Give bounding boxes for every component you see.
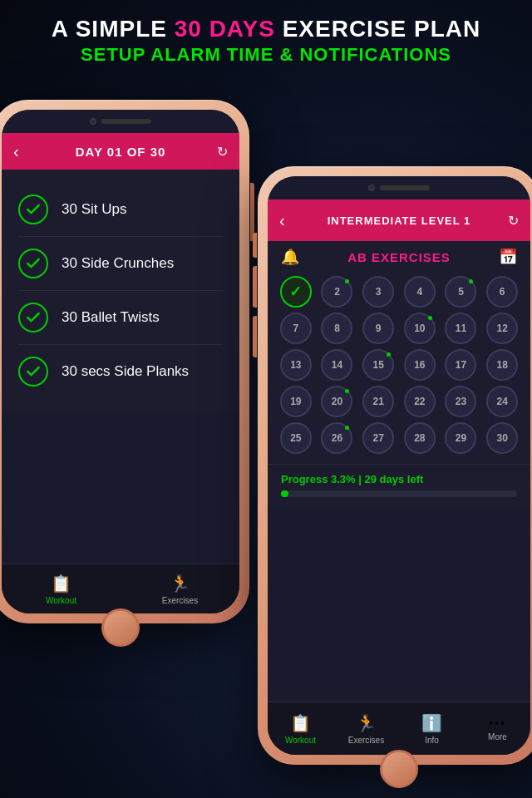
day-circle-1[interactable]: ✓ — [280, 276, 312, 308]
day-num-22: 22 — [414, 396, 425, 407]
camera-dot — [90, 118, 96, 125]
phone2-speaker-bar — [380, 185, 430, 190]
phone1-refresh-button[interactable]: ↻ — [217, 144, 228, 160]
exercise-name-1: 30 Side Crunches — [62, 255, 174, 272]
check-circle-3 — [18, 357, 48, 387]
day-circle-7[interactable]: 7 — [280, 313, 312, 344]
phone2-top — [268, 176, 530, 200]
day-circle-21[interactable]: 21 — [362, 386, 394, 417]
day-circle-12[interactable]: 12 — [486, 313, 518, 344]
day-circle-17[interactable]: 17 — [445, 349, 476, 381]
day-dot-2 — [345, 279, 349, 283]
phone2-left-side-button-3 — [253, 316, 257, 357]
workout-icon: 📋 — [51, 574, 71, 594]
tab-workout[interactable]: 📋 Workout — [2, 564, 121, 613]
check-circle-1 — [18, 249, 48, 278]
day-circle-5[interactable]: 5 — [445, 276, 476, 308]
phone1-frame: ‹ DAY 01 OF 30 ↻ 30 Sit Ups 30 Side Crun… — [0, 100, 249, 623]
day-num-26: 26 — [332, 432, 342, 444]
day-circle-30[interactable]: 30 — [486, 422, 518, 454]
day-circle-8[interactable]: 8 — [321, 313, 352, 344]
day-circle-16[interactable]: 16 — [404, 349, 436, 381]
day-num-24: 24 — [496, 396, 507, 407]
day-circle-23[interactable]: 23 — [445, 386, 476, 417]
phone1-screen-content: ‹ DAY 01 OF 30 ↻ 30 Sit Ups 30 Side Crun… — [2, 133, 239, 613]
day-circle-29[interactable]: 29 — [445, 422, 476, 454]
day-num-11: 11 — [456, 323, 466, 334]
phone2-camera-dot — [368, 185, 375, 191]
day-circle-24[interactable]: 24 — [486, 386, 518, 417]
home-button[interactable] — [101, 608, 140, 647]
day-num-18: 18 — [496, 359, 507, 371]
day-num-6: 6 — [500, 286, 505, 298]
progress-section: Progress 3.3% | 29 days left — [268, 464, 530, 507]
exercise-list: 30 Sit Ups 30 Side Crunches 30 Ballet Tw… — [2, 170, 239, 411]
day-num-16: 16 — [414, 359, 425, 371]
day-num-13: 13 — [290, 359, 301, 371]
phone2-nav-bar: ‹ INTERMEDIATE LEVEL 1 ↻ — [268, 200, 530, 241]
day-circle-22[interactable]: 22 — [404, 386, 436, 417]
ab-exercises-label: AB EXERCISES — [299, 250, 499, 264]
phone2-refresh-button[interactable]: ↻ — [508, 213, 519, 229]
tab2-info-icon: ℹ️ — [421, 713, 442, 733]
phone2: ‹ INTERMEDIATE LEVEL 1 ↻ 🔔 AB EXERCISES … — [258, 166, 532, 765]
day-circle-6[interactable]: 6 — [486, 276, 518, 308]
phone1-screen: ‹ DAY 01 OF 30 ↻ 30 Sit Ups 30 Side Crun… — [2, 110, 239, 613]
day-circle-2[interactable]: 2 — [321, 276, 352, 308]
phone2-home-button[interactable] — [380, 750, 418, 788]
exercise-item-1: 30 Side Crunches — [18, 237, 223, 291]
tab2-workout[interactable]: 📋 Workout — [268, 702, 333, 755]
day-circle-13[interactable]: 13 — [280, 349, 312, 381]
days-highlight: 30 DAYS — [175, 16, 275, 42]
tab2-more[interactable]: ••• More — [465, 702, 530, 755]
phone1-back-button[interactable]: ‹ — [13, 142, 19, 161]
day-num-30: 30 — [496, 432, 507, 444]
calendar-icon[interactable]: 📅 — [499, 248, 517, 266]
day-circle-25[interactable]: 25 — [280, 422, 312, 454]
day-circle-14[interactable]: 14 — [321, 349, 352, 381]
page-header: A SIMPLE 30 DAYS EXERCISE PLAN SETUP ALA… — [0, 15, 532, 66]
day-circle-26[interactable]: 26 — [321, 422, 352, 454]
day-dot-15 — [387, 352, 391, 357]
day-dot-20 — [345, 389, 349, 393]
tab2-info[interactable]: ℹ️ Info — [399, 702, 465, 755]
exercise-item-0: 30 Sit Ups — [18, 183, 223, 237]
tab2-exercises[interactable]: 🏃 Exercises — [333, 702, 399, 755]
day-num-29: 29 — [456, 432, 466, 444]
exercise-name-3: 30 secs Side Planks — [62, 363, 189, 380]
checkmark-icon-0 — [25, 201, 42, 218]
day-circle-27[interactable]: 27 — [362, 422, 394, 454]
phone2-left-side-button-1 — [253, 233, 257, 258]
progress-days-left: | 29 days left — [358, 473, 423, 485]
day-num-17: 17 — [456, 359, 466, 371]
phone2-back-button[interactable]: ‹ — [279, 211, 285, 230]
phone1: ‹ DAY 01 OF 30 ↻ 30 Sit Ups 30 Side Crun… — [0, 100, 249, 623]
day-circle-19[interactable]: 19 — [280, 386, 312, 417]
workout-label: Workout — [46, 596, 76, 605]
tab2-info-label: Info — [425, 736, 439, 745]
phone2-screen: ‹ INTERMEDIATE LEVEL 1 ↻ 🔔 AB EXERCISES … — [268, 176, 530, 755]
day-circle-4[interactable]: 4 — [404, 276, 436, 308]
exercise-item-2: 30 Ballet Twists — [18, 291, 223, 345]
checkmark-icon-3 — [25, 363, 42, 380]
day-circle-3[interactable]: 3 — [362, 276, 394, 308]
day-circle-9[interactable]: 9 — [362, 313, 394, 344]
phone2-left-side-button-2 — [253, 266, 257, 308]
day-circle-10[interactable]: 10 — [404, 313, 436, 344]
day-circle-11[interactable]: 11 — [445, 313, 476, 344]
header-line1: A SIMPLE 30 DAYS EXERCISE PLAN — [0, 15, 532, 43]
day-circle-20[interactable]: 20 — [321, 386, 352, 417]
progress-label: Progress 3.3% | 29 days left — [281, 473, 517, 485]
day-num-9: 9 — [376, 323, 382, 334]
day-circle-18[interactable]: 18 — [486, 349, 518, 381]
alarm-icon[interactable]: 🔔 — [281, 248, 299, 266]
day-circle-15[interactable]: 15 — [362, 349, 394, 381]
tab-exercises[interactable]: 🏃 Exercises — [121, 564, 239, 613]
day-circle-28[interactable]: 28 — [404, 422, 436, 454]
day-num-4: 4 — [416, 286, 422, 298]
day-num-7: 7 — [293, 323, 298, 334]
day-num-20: 20 — [332, 396, 342, 407]
day-num-15: 15 — [372, 359, 383, 371]
phone1-tab-bar: 📋 Workout 🏃 Exercises — [2, 564, 239, 613]
tab2-exercises-icon: 🏃 — [356, 713, 377, 733]
